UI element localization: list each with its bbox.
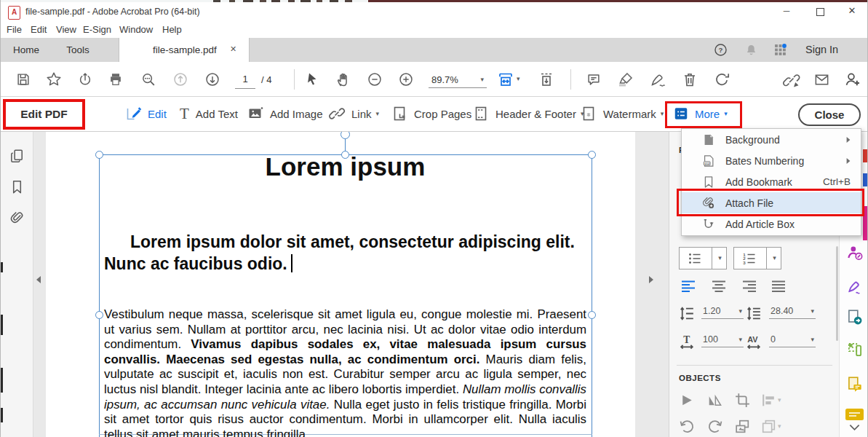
paragraph-spacing-dropdown[interactable]: 28.40▾: [769, 306, 816, 319]
collapse-left-panel-icon[interactable]: [36, 276, 41, 283]
share-icon[interactable]: [77, 71, 93, 87]
add-text-button[interactable]: T Add Text: [180, 105, 238, 122]
share-link-icon[interactable]: [782, 71, 801, 90]
sign-in-button[interactable]: Sign In: [805, 44, 838, 55]
email-icon[interactable]: [813, 71, 830, 88]
fill-sign-tool-icon[interactable]: [845, 277, 864, 296]
crop-pages-button[interactable]: Crop Pages: [391, 105, 471, 122]
comment-panel-icon[interactable]: [845, 408, 864, 422]
flip-vertical-button[interactable]: [706, 391, 724, 409]
document-page[interactable]: Lorem ipsum Lorem ipsum dolor sit amet, …: [46, 132, 635, 437]
more-button[interactable]: More ▾: [673, 106, 728, 122]
print-icon[interactable]: [108, 71, 124, 87]
horizontal-scale-dropdown[interactable]: 100▾: [701, 334, 744, 347]
textbox-border-left[interactable]: [99, 154, 100, 437]
page-thumbnails-icon[interactable]: [9, 148, 25, 165]
align-center-button[interactable]: [710, 277, 728, 295]
attachments-icon[interactable]: [9, 210, 25, 227]
close-edit-button[interactable]: Close: [798, 103, 861, 126]
create-pdf-tool-sliver[interactable]: [863, 149, 868, 162]
link-button[interactable]: Link ▾: [328, 105, 379, 122]
align-justify-button[interactable]: [770, 277, 787, 295]
apps-grid-icon[interactable]: [773, 42, 788, 58]
rotate-ccw-button[interactable]: [678, 417, 696, 436]
menu-file[interactable]: File: [7, 24, 22, 35]
bookmarks-icon[interactable]: [9, 178, 25, 195]
zoom-in-icon[interactable]: [398, 71, 414, 87]
menu-item-add-bookmark[interactable]: Add Bookmark Ctrl+B: [682, 171, 861, 192]
paragraph-spacing-icon: [745, 304, 763, 323]
arrange-objects-button[interactable]: ▾: [760, 417, 781, 436]
comment-tool-icon[interactable]: [845, 375, 864, 394]
select-tool-icon[interactable]: [303, 71, 321, 88]
flip-horizontal-button[interactable]: [678, 391, 696, 409]
minimize-button[interactable]: ─: [773, 2, 800, 21]
numbered-list-dropdown[interactable]: ▾: [766, 248, 782, 269]
menu-item-attach-file[interactable]: Attach File: [682, 192, 861, 213]
bullet-list-button[interactable]: ▾: [679, 247, 727, 269]
hand-tool-icon[interactable]: [335, 71, 352, 88]
menu-esign[interactable]: E-Sign: [83, 24, 111, 35]
page-scrolling-icon[interactable]: [538, 71, 555, 88]
search-icon[interactable]: [140, 71, 156, 87]
menu-help[interactable]: Help: [162, 24, 182, 35]
align-objects-button[interactable]: ▾: [760, 391, 781, 409]
rotation-handle[interactable]: [341, 132, 350, 139]
more-dropdown-menu: Background 012 Bates Numbering Add Bookm…: [681, 128, 861, 236]
tab-document[interactable]: file-sample.pdf ✕: [119, 38, 250, 62]
edit-tool-button[interactable]: Edit: [124, 105, 167, 122]
tab-close-icon[interactable]: ✕: [230, 44, 236, 54]
highlighter-icon[interactable]: [617, 71, 634, 88]
line-spacing-dropdown[interactable]: 1.20▾: [701, 306, 744, 319]
maximize-button[interactable]: [807, 2, 833, 21]
align-right-button[interactable]: [741, 277, 758, 295]
menu-item-background[interactable]: Background: [682, 129, 861, 150]
comment-icon[interactable]: [586, 71, 602, 87]
menu-item-bates-numbering[interactable]: 012 Bates Numbering: [682, 150, 861, 171]
resize-handle-top-left[interactable]: [95, 151, 103, 159]
panel-scrollbar[interactable]: [836, 246, 838, 341]
menu-edit[interactable]: Edit: [31, 24, 47, 35]
next-page-icon[interactable]: [204, 71, 220, 87]
combine-files-tool-sliver[interactable]: [863, 173, 868, 186]
header-footer-button[interactable]: Header & Footer ▾: [472, 105, 584, 122]
tab-home[interactable]: Home: [1, 38, 52, 62]
fit-width-icon[interactable]: [497, 71, 514, 88]
replace-image-button[interactable]: [733, 417, 752, 436]
rotate-cw-button[interactable]: [706, 417, 724, 436]
zoom-out-icon[interactable]: [367, 71, 383, 87]
delete-icon[interactable]: [681, 71, 698, 88]
request-signatures-tool-icon[interactable]: [845, 243, 864, 262]
resize-handle-middle-right[interactable]: [588, 311, 596, 319]
save-icon[interactable]: [15, 71, 31, 87]
notifications-bell-icon[interactable]: [744, 42, 759, 58]
bullet-list-dropdown[interactable]: ▾: [712, 248, 728, 269]
star-icon[interactable]: [45, 71, 63, 88]
expand-right-panel-icon[interactable]: [649, 276, 653, 283]
previous-page-icon[interactable]: [172, 71, 188, 87]
numbered-list-button[interactable]: 123 ▾: [733, 247, 781, 269]
menu-window[interactable]: Window: [119, 24, 153, 35]
organize-pages-tool-icon[interactable]: [845, 340, 864, 359]
add-image-button[interactable]: Add Image: [247, 105, 323, 122]
resize-handle-top-right[interactable]: [588, 151, 596, 159]
menu-view[interactable]: View: [56, 24, 76, 35]
close-window-button[interactable]: ✕: [839, 2, 865, 21]
zoom-level-dropdown[interactable]: 89.7% ▾: [429, 72, 487, 88]
crop-object-button[interactable]: [733, 391, 752, 409]
export-pdf-tool-icon[interactable]: [845, 308, 864, 327]
resize-handle-middle-left[interactable]: [95, 311, 103, 319]
fill-sign-icon[interactable]: [649, 71, 666, 88]
rail-expand-chevron-icon[interactable]: [847, 422, 862, 434]
watermark-button[interactable]: Watermark ▾: [580, 105, 664, 122]
character-spacing-dropdown[interactable]: 0▾: [769, 334, 816, 347]
align-left-button[interactable]: [680, 277, 697, 295]
menu-item-add-article-box[interactable]: Add Article Box: [682, 213, 861, 235]
textbox-border-right[interactable]: [592, 154, 592, 437]
chevron-down-icon[interactable]: ▾: [517, 76, 520, 82]
tab-tools[interactable]: Tools: [55, 38, 101, 62]
page-number-input[interactable]: 1: [235, 74, 255, 89]
help-icon[interactable]: ?: [713, 42, 728, 58]
rotate-icon[interactable]: [713, 71, 730, 88]
add-user-icon[interactable]: [843, 71, 861, 88]
